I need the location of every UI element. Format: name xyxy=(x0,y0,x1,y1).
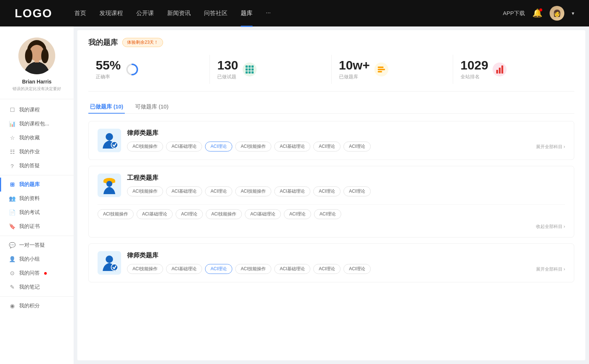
notification-bell[interactable]: 🔔 xyxy=(532,8,542,18)
star-icon: ☆ xyxy=(9,135,15,141)
tag-1-6[interactable]: ACI理论 xyxy=(343,142,371,151)
sidebar-item-homework[interactable]: ☷ 我的作业 xyxy=(0,145,74,159)
svg-point-8 xyxy=(106,133,113,140)
svg-point-9 xyxy=(111,142,118,148)
sidebar-divider-2 xyxy=(0,236,74,236)
points-icon: ◉ xyxy=(9,303,15,309)
tag-1-5[interactable]: ACI理论 xyxy=(313,142,341,151)
tag-3-4[interactable]: ACI基础理论 xyxy=(274,264,310,274)
app-download-button[interactable]: APP下载 xyxy=(503,10,525,17)
user-dropdown-arrow[interactable]: ▾ xyxy=(572,10,574,16)
tag-1-3[interactable]: ACI技能操作 xyxy=(235,142,271,151)
stat-rank: 1029 全站排名 xyxy=(453,55,574,84)
tag-2-r2-2[interactable]: ACI理论 xyxy=(176,209,203,219)
tag-3-6[interactable]: ACI理论 xyxy=(343,264,371,274)
sidebar-item-points[interactable]: ◉ 我的积分 xyxy=(0,299,74,313)
page-header: 我的题库 体验剩余23天！ xyxy=(88,38,574,47)
bank-card-2-footer: ACI技能操作 ACI基础理论 ACI理论 ACI技能操作 ACI基础理论 AC… xyxy=(89,204,574,237)
tag-3-3[interactable]: ACI技能操作 xyxy=(235,264,271,274)
avatar-image: 👩 xyxy=(550,6,564,21)
sidebar-item-resources[interactable]: 👥 我的资料 xyxy=(0,192,74,206)
expand-link-3[interactable]: 展开全部科目 › xyxy=(536,265,565,274)
tag-3-0[interactable]: ACI技能操作 xyxy=(127,264,163,274)
collapse-link-2[interactable]: 收起全部科目 › xyxy=(98,222,565,231)
bank-card-3-title: 律师类题库 xyxy=(127,251,565,260)
sidebar-item-one-on-one[interactable]: 💬 一对一答疑 xyxy=(0,238,74,252)
nav-news[interactable]: 新闻资讯 xyxy=(167,10,191,17)
tab-done-banks[interactable]: 已做题库 (10) xyxy=(88,100,125,113)
avatar-image xyxy=(18,38,55,74)
banks-icon xyxy=(374,63,388,76)
note-icon: ✎ xyxy=(9,284,15,290)
engineer-icon xyxy=(98,174,121,197)
profile-avatar xyxy=(18,38,55,74)
sidebar-item-favorites[interactable]: ☆ 我的收藏 xyxy=(0,131,74,145)
accuracy-value-block: 55% 正确率 xyxy=(96,58,121,80)
tag-2-4[interactable]: ACI基础理论 xyxy=(274,186,310,196)
nav-bank[interactable]: 题库 xyxy=(241,10,253,17)
nav-more[interactable]: ··· xyxy=(266,10,271,17)
accuracy-icon xyxy=(125,63,139,76)
svg-point-14 xyxy=(111,264,118,271)
sidebar-item-questions[interactable]: ? 我的答疑 xyxy=(0,159,74,173)
sidebar-item-certificate[interactable]: 🔖 我的证书 xyxy=(0,220,74,233)
sidebar: Brian Harris 错误的决定比没有决定要好 ☐ 我的课程 📊 我的课程包… xyxy=(0,26,74,364)
nav-qa[interactable]: 问答社区 xyxy=(204,10,228,17)
nav-discover[interactable]: 发现课程 xyxy=(99,10,123,17)
tag-2-r2-4[interactable]: ACI基础理论 xyxy=(245,209,281,219)
tag-2-2[interactable]: ACI理论 xyxy=(205,186,232,196)
tag-1-0[interactable]: ACI技能操作 xyxy=(127,142,163,151)
bank-card-header-1: 律师类题库 ACI技能操作 ACI基础理论 ACI理论 ACI技能操作 ACI基… xyxy=(89,121,574,160)
logo: LOGO xyxy=(15,7,52,20)
tag-2-0[interactable]: ACI技能操作 xyxy=(127,186,163,196)
tag-1-2[interactable]: ACI理论 xyxy=(205,142,232,151)
tag-2-5[interactable]: ACI理论 xyxy=(313,186,341,196)
svg-point-4 xyxy=(41,49,49,63)
bank-card-2-body: 工程类题库 ACI技能操作 ACI基础理论 ACI理论 ACI技能操作 ACI基… xyxy=(127,174,565,196)
nav-right: APP下载 🔔 👩 ▾ xyxy=(503,6,574,21)
tag-2-3[interactable]: ACI技能操作 xyxy=(235,186,271,196)
expand-link-1[interactable]: 展开全部科目 › xyxy=(536,142,565,151)
question-icon: ? xyxy=(9,163,15,169)
chat-icon: 💬 xyxy=(9,242,15,249)
engineer-person-icon xyxy=(100,176,119,195)
lawyer-icon-1 xyxy=(98,129,121,152)
nav-open-course[interactable]: 公开课 xyxy=(136,10,154,17)
tab-available-banks[interactable]: 可做题库 (10) xyxy=(134,100,170,113)
tag-2-r2-3[interactable]: ACI技能操作 xyxy=(206,209,242,219)
profile-name: Brian Harris xyxy=(22,79,52,85)
tag-1-1[interactable]: ACI基础理论 xyxy=(166,142,202,151)
cert-icon: 🔖 xyxy=(9,223,15,230)
sidebar-item-notes[interactable]: ✎ 我的笔记 xyxy=(0,280,74,294)
tag-2-r2-0[interactable]: ACI技能操作 xyxy=(98,209,134,219)
sidebar-item-exam[interactable]: 📄 我的考试 xyxy=(0,206,74,220)
sidebar-item-my-courses[interactable]: ☐ 我的课程 xyxy=(0,103,74,117)
tag-3-1[interactable]: ACI基础理论 xyxy=(166,264,202,274)
nav-links: 首页 发现课程 公开课 新闻资讯 问答社区 题库 ··· xyxy=(74,10,503,17)
sidebar-menu: ☐ 我的课程 📊 我的课程包... ☆ 我的收藏 ☷ 我的作业 ? 我的答疑 xyxy=(0,103,74,313)
main-content: 我的题库 体验剩余23天！ 55% 正确率 xyxy=(77,30,585,360)
nav-home[interactable]: 首页 xyxy=(74,10,86,17)
tag-3-2[interactable]: ACI理论 xyxy=(205,264,232,274)
accuracy-value: 55% xyxy=(96,58,121,72)
sidebar-item-course-package[interactable]: 📊 我的课程包... xyxy=(0,117,74,131)
tag-2-r2-6[interactable]: ACI理论 xyxy=(314,209,341,219)
bar-chart-icon xyxy=(496,65,503,74)
tag-2-r2-1[interactable]: ACI基础理论 xyxy=(137,209,173,219)
tag-2-r2-5[interactable]: ACI理论 xyxy=(284,209,311,219)
sidebar-item-bank[interactable]: ⊞ 我的题库 xyxy=(0,178,74,192)
tag-2-6[interactable]: ACI理论 xyxy=(343,186,371,196)
sidebar-item-group[interactable]: 👤 我的小组 xyxy=(0,252,74,266)
tag-3-5[interactable]: ACI理论 xyxy=(313,264,341,274)
grid-icon: ⊞ xyxy=(9,181,15,188)
bank-card-engineer: 工程类题库 ACI技能操作 ACI基础理论 ACI理论 ACI技能操作 ACI基… xyxy=(88,166,574,238)
bank-card-2-tags: ACI技能操作 ACI基础理论 ACI理论 ACI技能操作 ACI基础理论 AC… xyxy=(127,186,565,196)
tag-2-1[interactable]: ACI基础理论 xyxy=(166,186,202,196)
bank-card-lawyer-2: 律师类题库 ACI技能操作 ACI基础理论 ACI理论 ACI技能操作 ACI基… xyxy=(88,243,574,282)
bank-card-1-title: 律师类题库 xyxy=(127,129,565,137)
sidebar-item-qa[interactable]: ⊙ 我的问答 xyxy=(0,266,74,280)
accuracy-label: 正确率 xyxy=(96,74,121,80)
rank-value: 1029 xyxy=(461,58,489,72)
user-avatar[interactable]: 👩 xyxy=(550,6,564,21)
tag-1-4[interactable]: ACI基础理论 xyxy=(274,142,310,151)
